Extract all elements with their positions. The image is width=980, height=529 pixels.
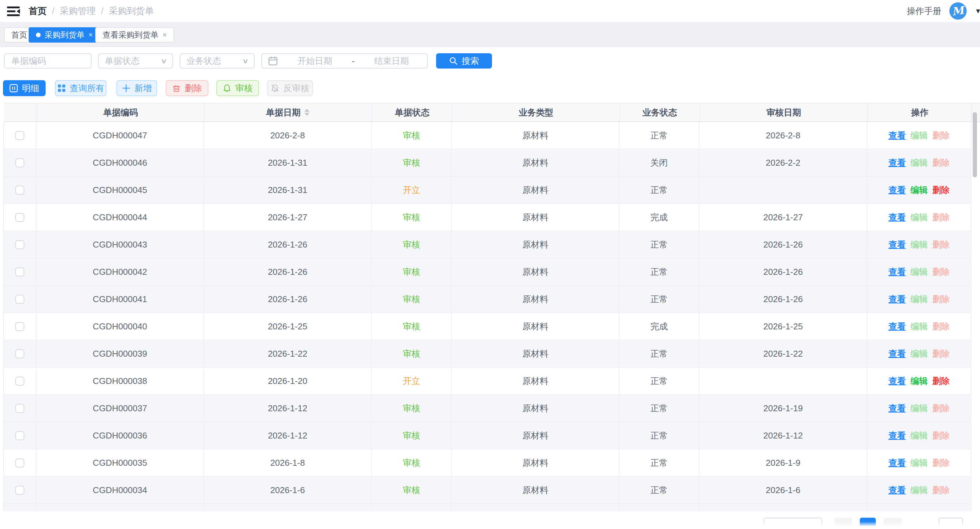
sort-icon[interactable] — [303, 108, 310, 116]
date-range-picker[interactable]: 开始日期 - 结束日期 — [261, 53, 428, 68]
action-view[interactable]: 查看 — [888, 375, 906, 387]
col-doc-status[interactable]: 单据状态 — [372, 103, 452, 121]
col-audit-date[interactable]: 审核日期 — [700, 103, 869, 121]
query-all-button[interactable]: 查询所有 — [55, 80, 107, 96]
biz-status-select[interactable]: 业务状态 ∨ — [180, 53, 255, 68]
action-edit[interactable]: 编辑 — [910, 239, 928, 251]
operation-manual-link[interactable]: 操作手册 — [907, 5, 941, 17]
action-edit[interactable]: 编辑 — [910, 375, 928, 387]
row-checkbox[interactable] — [15, 186, 24, 195]
action-delete[interactable]: 删除 — [932, 184, 950, 196]
action-view[interactable]: 查看 — [888, 294, 906, 305]
page-size-select[interactable] — [764, 518, 822, 529]
action-view[interactable]: 查看 — [888, 321, 906, 332]
row-checkbox[interactable] — [15, 240, 24, 249]
action-edit[interactable]: 编辑 — [910, 485, 928, 496]
action-view[interactable]: 查看 — [888, 348, 906, 360]
tab-purchase-receipt-active[interactable]: 采购到货单 × — [29, 27, 100, 43]
row-checkbox[interactable] — [15, 295, 24, 304]
menu-fold-icon[interactable] — [6, 5, 21, 18]
col-biz-type[interactable]: 业务类型 — [452, 103, 620, 121]
cell-doc-code: CGDH000037 — [37, 395, 204, 421]
unaudit-button-disabled[interactable]: 反审核 — [267, 80, 313, 96]
col-doc-code[interactable]: 单据编码 — [37, 103, 205, 121]
row-checkbox[interactable] — [15, 486, 24, 495]
action-delete[interactable]: 删除 — [932, 157, 950, 169]
action-delete[interactable]: 删除 — [932, 485, 950, 496]
row-checkbox[interactable] — [15, 431, 24, 440]
action-delete[interactable]: 删除 — [932, 239, 950, 251]
action-edit[interactable]: 编辑 — [910, 211, 928, 223]
tab-view-purchase-receipt[interactable]: 查看采购到货单 × — [95, 27, 174, 43]
action-view[interactable]: 查看 — [888, 266, 906, 278]
action-delete[interactable]: 删除 — [932, 130, 950, 141]
action-delete[interactable]: 删除 — [932, 348, 950, 360]
action-view[interactable]: 查看 — [888, 403, 906, 414]
row-checkbox[interactable] — [15, 376, 24, 386]
action-view[interactable]: 查看 — [888, 239, 906, 251]
action-edit[interactable]: 编辑 — [910, 130, 928, 141]
action-edit[interactable]: 编辑 — [910, 321, 928, 332]
action-delete[interactable]: 删除 — [932, 375, 950, 387]
action-edit[interactable]: 编辑 — [910, 184, 928, 196]
user-menu-caret-icon[interactable]: ▼ — [975, 7, 980, 15]
doc-status-select[interactable]: 单据状态 ∨ — [98, 53, 173, 68]
cell-biz-status: 正常 — [619, 177, 699, 203]
delete-button[interactable]: 删除 — [166, 80, 208, 96]
next-page-button[interactable] — [883, 518, 902, 529]
row-checkbox[interactable] — [15, 213, 24, 222]
tab-close-icon[interactable]: × — [89, 30, 93, 39]
action-delete[interactable]: 删除 — [932, 211, 950, 223]
jump-page-input[interactable] — [939, 518, 963, 529]
col-biz-status[interactable]: 业务状态 — [620, 103, 700, 121]
action-delete[interactable]: 删除 — [932, 321, 950, 332]
action-edit[interactable]: 编辑 — [910, 157, 928, 169]
action-edit[interactable]: 编辑 — [910, 294, 928, 305]
breadcrumb-home[interactable]: 首页 — [29, 5, 46, 17]
prev-page-button[interactable] — [835, 518, 852, 529]
action-delete[interactable]: 删除 — [932, 266, 950, 278]
row-checkbox[interactable] — [15, 404, 24, 413]
cell-audit-date: 2026-1-9 — [699, 450, 868, 476]
row-checkbox[interactable] — [15, 322, 24, 331]
action-view[interactable]: 查看 — [888, 457, 906, 469]
row-checkbox[interactable] — [15, 267, 24, 276]
search-button[interactable]: 搜索 — [436, 53, 492, 68]
col-doc-date[interactable]: 单据日期 — [205, 103, 373, 121]
vertical-scrollbar-thumb[interactable] — [973, 112, 977, 177]
action-edit[interactable]: 编辑 — [910, 348, 928, 360]
action-edit[interactable]: 编辑 — [910, 457, 928, 469]
action-delete[interactable]: 删除 — [932, 457, 950, 469]
action-edit[interactable]: 编辑 — [910, 266, 928, 278]
action-view[interactable]: 查看 — [888, 211, 906, 223]
action-view[interactable]: 查看 — [888, 157, 906, 169]
tab-close-icon[interactable]: × — [162, 30, 167, 39]
end-date-placeholder[interactable]: 结束日期 — [362, 55, 421, 67]
current-page-button[interactable] — [860, 518, 876, 529]
cell-doc-date: 2026-1-26 — [204, 286, 372, 312]
action-delete[interactable]: 删除 — [932, 403, 950, 414]
action-delete[interactable]: 删除 — [932, 430, 950, 442]
row-checkbox[interactable] — [15, 158, 24, 167]
action-edit[interactable]: 编辑 — [910, 430, 928, 442]
doc-status-placeholder: 单据状态 — [105, 55, 140, 67]
avatar-letter: M — [951, 4, 965, 18]
cell-biz-type: 原材料 — [452, 177, 619, 203]
action-edit[interactable]: 编辑 — [910, 403, 928, 414]
row-checkbox[interactable] — [15, 349, 24, 358]
action-view[interactable]: 查看 — [888, 485, 906, 496]
action-view[interactable]: 查看 — [888, 130, 906, 141]
action-delete[interactable]: 删除 — [932, 294, 950, 305]
action-view[interactable]: 查看 — [888, 430, 906, 442]
start-date-placeholder[interactable]: 开始日期 — [285, 55, 345, 67]
detail-button[interactable]: 明细 — [3, 80, 46, 96]
action-view[interactable]: 查看 — [888, 184, 906, 196]
add-button[interactable]: 新增 — [116, 80, 157, 96]
row-checkbox[interactable] — [15, 459, 24, 467]
row-checkbox[interactable] — [15, 131, 24, 140]
audit-button[interactable]: 审核 — [216, 80, 259, 96]
doc-code-input[interactable] — [11, 56, 84, 66]
breadcrumb-purchase-management[interactable]: 采购管理 — [60, 5, 96, 17]
cell-doc-code: CGDH000047 — [37, 122, 204, 149]
user-avatar[interactable]: M — [950, 2, 967, 20]
